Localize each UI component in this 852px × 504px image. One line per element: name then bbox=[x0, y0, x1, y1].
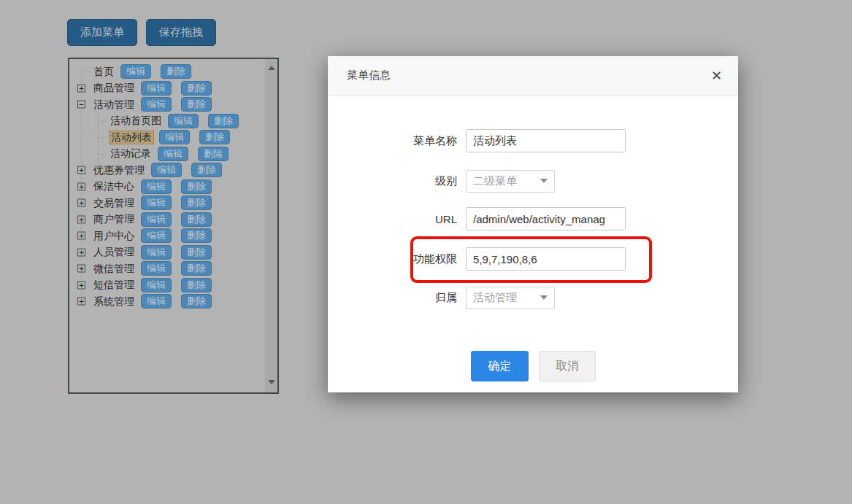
delete-button[interactable]: 删除 bbox=[181, 278, 212, 292]
tree-node-label[interactable]: 微信管理 bbox=[92, 263, 136, 275]
menu-tree: 首页编辑删除+商品管理编辑删除−活动管理编辑删除活动首页图编辑删除活动列表编辑删… bbox=[69, 63, 265, 392]
edit-button[interactable]: 编辑 bbox=[141, 195, 172, 210]
delete-button[interactable]: 删除 bbox=[181, 179, 212, 194]
tree-node: +商品管理编辑删除 bbox=[69, 80, 265, 97]
permissions-input[interactable] bbox=[466, 247, 626, 271]
parent-label: 归属 bbox=[328, 291, 466, 305]
tree-node-label[interactable]: 保洁中心 bbox=[92, 180, 136, 193]
expand-icon[interactable]: + bbox=[77, 84, 85, 92]
expand-icon[interactable]: + bbox=[77, 166, 85, 174]
cancel-button[interactable]: 取消 bbox=[539, 351, 596, 381]
edit-button[interactable]: 编辑 bbox=[141, 97, 172, 112]
tree-node: +优惠券管理编辑删除 bbox=[69, 162, 265, 179]
delete-button[interactable]: 删除 bbox=[181, 228, 212, 243]
scroll-up-icon[interactable] bbox=[268, 66, 275, 70]
edit-button[interactable]: 编辑 bbox=[141, 278, 172, 292]
scroll-down-icon[interactable] bbox=[268, 380, 275, 384]
tree-node: 活动列表编辑删除 bbox=[69, 129, 265, 146]
expand-icon[interactable]: + bbox=[77, 281, 85, 289]
tree-node: 首页编辑删除 bbox=[69, 63, 265, 80]
expand-icon[interactable]: + bbox=[77, 248, 85, 256]
tree-node-label[interactable]: 用户中心 bbox=[92, 230, 136, 242]
save-drag-button[interactable]: 保存拖拽 bbox=[146, 19, 216, 46]
tree-node: +人员管理编辑删除 bbox=[69, 244, 265, 261]
delete-button[interactable]: 删除 bbox=[199, 130, 230, 144]
edit-button[interactable]: 编辑 bbox=[141, 294, 172, 309]
menu-tree-panel: 首页编辑删除+商品管理编辑删除−活动管理编辑删除活动首页图编辑删除活动列表编辑删… bbox=[68, 58, 279, 394]
tree-node: 活动首页图编辑删除 bbox=[69, 113, 265, 130]
tree-connector-line bbox=[82, 71, 91, 72]
tree-node-label[interactable]: 短信管理 bbox=[92, 279, 136, 291]
level-select-value: 二级菜单 bbox=[467, 174, 517, 188]
delete-button[interactable]: 删除 bbox=[181, 97, 212, 112]
menu-name-row: 菜单名称 bbox=[328, 129, 626, 152]
level-row: 级别 二级菜单 bbox=[328, 169, 555, 193]
tree-node-label[interactable]: 系统管理 bbox=[92, 295, 136, 308]
level-select[interactable]: 二级菜单 bbox=[466, 170, 555, 193]
delete-button[interactable]: 删除 bbox=[181, 261, 212, 276]
edit-button[interactable]: 编辑 bbox=[159, 130, 190, 144]
parent-select-value: 活动管理 bbox=[467, 291, 517, 305]
edit-button[interactable]: 编辑 bbox=[120, 64, 151, 79]
confirm-button[interactable]: 确定 bbox=[471, 351, 529, 381]
expand-icon[interactable]: + bbox=[77, 199, 85, 207]
delete-button[interactable]: 删除 bbox=[198, 147, 229, 161]
tree-node-label[interactable]: 优惠券管理 bbox=[92, 164, 146, 177]
tree-node: +系统管理编辑删除 bbox=[69, 293, 265, 310]
tree-node: +保洁中心编辑删除 bbox=[69, 179, 265, 195]
url-input[interactable] bbox=[466, 207, 626, 230]
edit-button[interactable]: 编辑 bbox=[141, 261, 172, 276]
tree-node: +微信管理编辑删除 bbox=[69, 260, 265, 277]
tree-node-label[interactable]: 交易管理 bbox=[92, 197, 136, 209]
edit-button[interactable]: 编辑 bbox=[141, 81, 172, 96]
menu-name-input[interactable] bbox=[466, 129, 626, 152]
expand-icon[interactable]: + bbox=[77, 298, 85, 306]
tree-node: +商户管理编辑删除 bbox=[69, 212, 265, 228]
menu-name-label: 菜单名称 bbox=[328, 134, 466, 148]
level-label: 级别 bbox=[328, 174, 466, 188]
delete-button[interactable]: 删除 bbox=[181, 195, 212, 210]
expand-icon[interactable]: + bbox=[77, 182, 85, 190]
edit-button[interactable]: 编辑 bbox=[151, 163, 182, 177]
dialog-title: 菜单信息 bbox=[347, 69, 391, 82]
parent-row: 归属 活动管理 bbox=[328, 286, 555, 309]
delete-button[interactable]: 删除 bbox=[161, 64, 191, 79]
delete-button[interactable]: 删除 bbox=[181, 294, 212, 309]
edit-button[interactable]: 编辑 bbox=[168, 114, 199, 128]
delete-button[interactable]: 删除 bbox=[181, 245, 212, 260]
tree-node: −活动管理编辑删除 bbox=[69, 96, 265, 113]
tree-node: 活动记录编辑删除 bbox=[69, 146, 265, 163]
delete-button[interactable]: 删除 bbox=[191, 163, 222, 177]
edit-button[interactable]: 编辑 bbox=[141, 228, 172, 243]
expand-icon[interactable]: + bbox=[77, 232, 85, 240]
delete-button[interactable]: 删除 bbox=[181, 81, 212, 96]
add-menu-button[interactable]: 添加菜单 bbox=[67, 19, 137, 46]
delete-button[interactable]: 删除 bbox=[181, 212, 212, 227]
tree-scrollbar[interactable] bbox=[265, 59, 277, 392]
collapse-icon[interactable]: − bbox=[77, 101, 85, 109]
tree-connector-line bbox=[99, 154, 107, 155]
tree-node-label[interactable]: 商品管理 bbox=[92, 82, 136, 94]
edit-button[interactable]: 编辑 bbox=[158, 147, 188, 161]
close-icon[interactable]: ✕ bbox=[711, 69, 722, 82]
dropdown-arrow-icon bbox=[540, 295, 548, 300]
tree-node-label[interactable]: 首页 bbox=[92, 66, 115, 78]
parent-select[interactable]: 活动管理 bbox=[466, 287, 555, 309]
tree-node: +短信管理编辑删除 bbox=[69, 277, 265, 294]
tree-node-label[interactable]: 商户管理 bbox=[92, 213, 136, 225]
tree-node-label[interactable]: 人员管理 bbox=[92, 246, 136, 258]
tree-node-label[interactable]: 活动管理 bbox=[92, 98, 136, 111]
tree-node-label[interactable]: 活动首页图 bbox=[109, 115, 163, 127]
tree-connector-line bbox=[99, 137, 107, 138]
edit-button[interactable]: 编辑 bbox=[141, 245, 172, 260]
tree-node-label[interactable]: 活动列表 bbox=[109, 131, 154, 144]
delete-button[interactable]: 删除 bbox=[208, 114, 239, 128]
url-row: URL bbox=[328, 207, 626, 230]
expand-icon[interactable]: + bbox=[77, 215, 85, 223]
edit-button[interactable]: 编辑 bbox=[141, 212, 172, 227]
edit-button[interactable]: 编辑 bbox=[141, 179, 172, 194]
menu-info-dialog: 菜单信息 ✕ 菜单名称 级别 二级菜单 URL 功能权限 归属 活动管理 确定 … bbox=[328, 56, 738, 392]
tree-node-label[interactable]: 活动记录 bbox=[109, 147, 153, 160]
expand-icon[interactable]: + bbox=[77, 265, 85, 273]
dropdown-arrow-icon bbox=[540, 179, 548, 183]
